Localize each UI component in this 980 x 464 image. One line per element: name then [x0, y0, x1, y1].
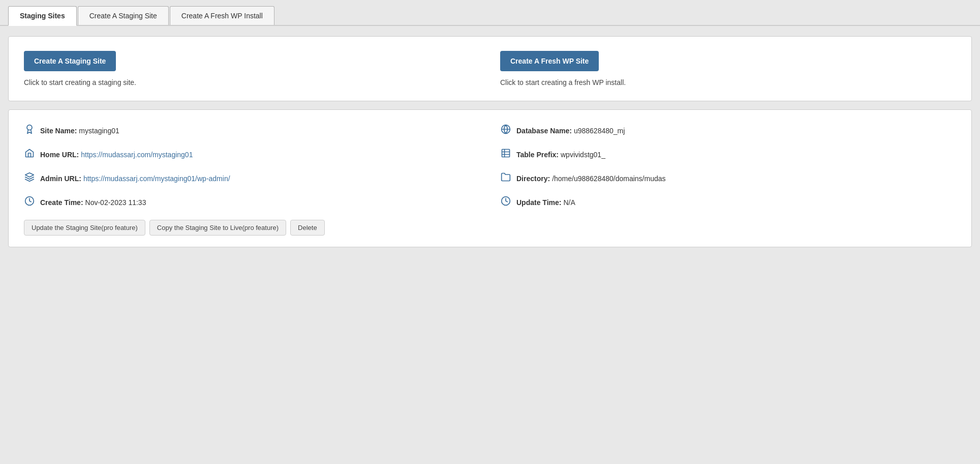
tab-create-staging[interactable]: Create A Staging Site [78, 6, 169, 25]
directory-item: Directory: /home/u988628480/domains/muda… [500, 172, 956, 185]
database-name-item: Database Name: u988628480_mj [500, 124, 956, 137]
update-staging-button[interactable]: Update the Staging Site(pro feature) [24, 220, 145, 236]
create-staging-description: Click to start creating a staging site. [24, 78, 480, 86]
main-content: Create A Staging Site Click to start cre… [0, 26, 980, 257]
table-prefix-item: Table Prefix: wpvividstg01_ [500, 148, 956, 161]
copy-staging-button[interactable]: Copy the Staging Site to Live(pro featur… [149, 220, 286, 236]
tab-staging-sites[interactable]: Staging Sites [8, 6, 77, 26]
create-card-row: Create A Staging Site Click to start cre… [24, 51, 956, 86]
create-time-item: Create Time: Nov-02-2023 11:33 [24, 196, 480, 209]
svg-rect-3 [502, 150, 510, 157]
home-icon [24, 148, 35, 161]
update-clock-icon [500, 196, 511, 209]
create-staging-button[interactable]: Create A Staging Site [24, 51, 116, 71]
site-name-item: Site Name: mystaging01 [24, 124, 480, 137]
update-time-item: Update Time: N/A [500, 196, 956, 209]
admin-url-label: Admin URL: [40, 175, 81, 183]
globe-icon [500, 124, 511, 137]
table-prefix-value: wpvividstg01_ [561, 151, 605, 159]
action-buttons: Update the Staging Site(pro feature) Cop… [24, 220, 480, 236]
folder-icon [500, 172, 511, 185]
home-url-label: Home URL: [40, 151, 79, 159]
info-left-col: Site Name: mystaging01 Home URL: https:/… [24, 124, 480, 236]
update-time-value: N/A [563, 198, 575, 207]
home-url-item: Home URL: https://mudassarj.com/mystagin… [24, 148, 480, 161]
table-icon [500, 148, 511, 161]
create-staging-col: Create A Staging Site Click to start cre… [24, 51, 480, 86]
create-card: Create A Staging Site Click to start cre… [8, 36, 972, 101]
update-time-label: Update Time: [516, 198, 561, 207]
create-fresh-col: Create A Fresh WP Site Click to start cr… [500, 51, 956, 86]
admin-url-link[interactable]: https://mudassarj.com/mystaging01/wp-adm… [83, 175, 230, 183]
directory-value: /home/u988628480/domains/mudas [552, 175, 665, 183]
tabs-bar: Staging Sites Create A Staging Site Crea… [0, 0, 980, 26]
site-name-value: mystaging01 [79, 127, 119, 135]
site-name-label: Site Name: [40, 127, 77, 135]
home-url-link[interactable]: https://mudassarj.com/mystaging01 [81, 151, 193, 159]
admin-url-item: Admin URL: https://mudassarj.com/mystagi… [24, 172, 480, 185]
delete-staging-button[interactable]: Delete [290, 220, 325, 236]
clock-icon [24, 196, 35, 209]
create-time-label: Create Time: [40, 198, 83, 207]
award-icon [24, 124, 35, 137]
info-right-col: Database Name: u988628480_mj Table Prefi… [500, 124, 956, 236]
admin-icon [24, 172, 35, 185]
tab-create-fresh[interactable]: Create A Fresh WP Install [170, 6, 274, 25]
svg-point-0 [27, 125, 32, 130]
database-name-label: Database Name: [516, 127, 572, 135]
staging-info-card: Site Name: mystaging01 Home URL: https:/… [8, 109, 972, 247]
database-name-value: u988628480_mj [574, 127, 625, 135]
info-row: Site Name: mystaging01 Home URL: https:/… [24, 124, 956, 236]
directory-label: Directory: [516, 175, 550, 183]
table-prefix-label: Table Prefix: [516, 151, 559, 159]
create-fresh-description: Click to start creating a fresh WP insta… [500, 78, 956, 86]
create-time-value: Nov-02-2023 11:33 [85, 198, 146, 207]
create-fresh-button[interactable]: Create A Fresh WP Site [500, 51, 599, 71]
